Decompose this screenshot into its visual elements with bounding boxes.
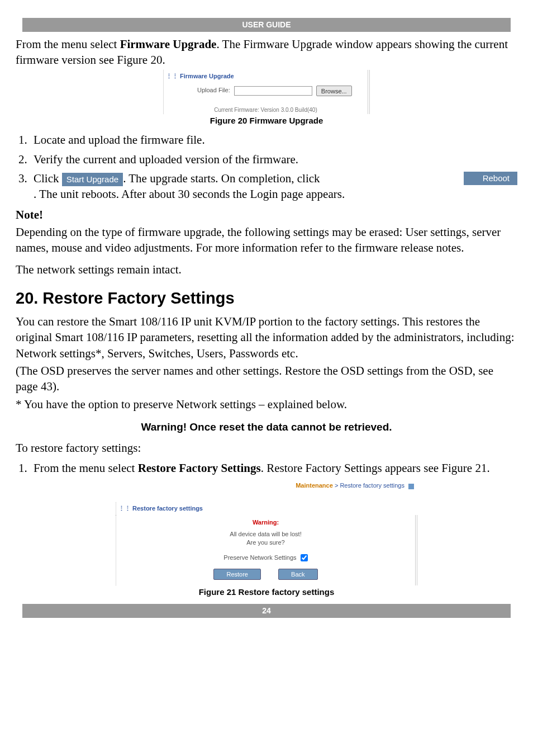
breadcrumb-maintenance: Maintenance (296, 482, 333, 489)
upload-row: Upload File: Browse... (164, 83, 368, 102)
section-20-p2: (The OSD preserves the server names and … (16, 363, 517, 395)
preserve-network-checkbox[interactable] (301, 554, 308, 561)
breadcrumb-icon (408, 484, 414, 489)
firmware-steps-list: Locate and upload the firmware file. Ver… (16, 132, 517, 202)
back-button[interactable]: Back (278, 569, 317, 580)
dotted-icon: ⋮⋮ (118, 505, 132, 512)
step-3: Click Start Upgrade. The upgrade starts.… (30, 171, 517, 202)
note-body-2: The network settings remain intact. (16, 262, 517, 277)
preserve-network-row: Preserve Network Settings (116, 554, 415, 568)
browse-button[interactable]: Browse... (316, 86, 352, 96)
page-content: From the menu select Firmware Upgrade. T… (0, 36, 533, 598)
figure-21-caption: Figure 21 Restore factory settings (16, 587, 517, 598)
figure-20-caption: Figure 20 Firmware Upgrade (16, 115, 517, 126)
step-3-prefix: Click (34, 172, 59, 185)
step-2: Verify the current and uploaded version … (30, 152, 517, 167)
restore-panel-title: ⋮⋮ Restore factory settings (116, 502, 417, 515)
header-bar: USER GUIDE (22, 18, 511, 32)
restore-warning-label: Warning: (116, 518, 415, 530)
breadcrumb: Maintenance > Restore factory settings (116, 480, 417, 502)
figure-20-panel: ⋮⋮ Firmware Upgrade Upload File: Browse.… (163, 70, 370, 114)
breadcrumb-restore: Restore factory settings (340, 482, 404, 489)
section-20-p3: * You have the option to preserve Networ… (16, 396, 517, 412)
firmware-upgrade-panel-title: ⋮⋮ Firmware Upgrade (164, 72, 368, 84)
preserve-network-label: Preserve Network Settings (223, 554, 296, 561)
upload-file-input[interactable] (234, 86, 312, 96)
section-20-p4: To restore factory settings: (16, 440, 517, 456)
restore-button[interactable]: Restore (213, 569, 261, 580)
current-firmware-version: Current Firmware: Version 3.0.0 Build(40… (164, 102, 368, 114)
intro-paragraph: From the menu select Firmware Upgrade. T… (16, 36, 517, 68)
note-body-1: Depending on the type of firmware upgrad… (16, 224, 517, 256)
section-20-heading: 20. Restore Factory Settings (16, 287, 517, 309)
step-3-suffix: . The unit reboots. After about 30 secon… (34, 187, 345, 201)
upload-file-label: Upload File: (197, 87, 230, 94)
step-1: Locate and upload the firmware file. (30, 132, 517, 148)
restore-step-1: From the menu select Restore Factory Set… (30, 460, 517, 476)
start-upgrade-button[interactable]: Start Upgrade (62, 173, 123, 186)
section-20-p1: You can restore the Smart 108/116 IP uni… (16, 314, 517, 361)
step-3-mid: . The upgrade starts. On completion, cli… (123, 172, 320, 185)
restore-lost-text: All device data will be lost! Are you su… (116, 530, 415, 554)
breadcrumb-sep: > (333, 482, 340, 489)
dotted-icon: ⋮⋮ (166, 73, 180, 79)
restore-panel-body: Warning: All device data will be lost! A… (116, 515, 417, 585)
footer-bar: 24 (22, 604, 511, 618)
reset-warning: Warning! Once reset the data cannot be r… (16, 420, 517, 434)
reboot-button[interactable]: Reboot (464, 172, 517, 185)
restore-steps-list: From the menu select Restore Factory Set… (16, 460, 517, 476)
figure-21-panel: Maintenance > Restore factory settings ⋮… (116, 480, 417, 585)
note-heading: Note! (16, 207, 517, 223)
